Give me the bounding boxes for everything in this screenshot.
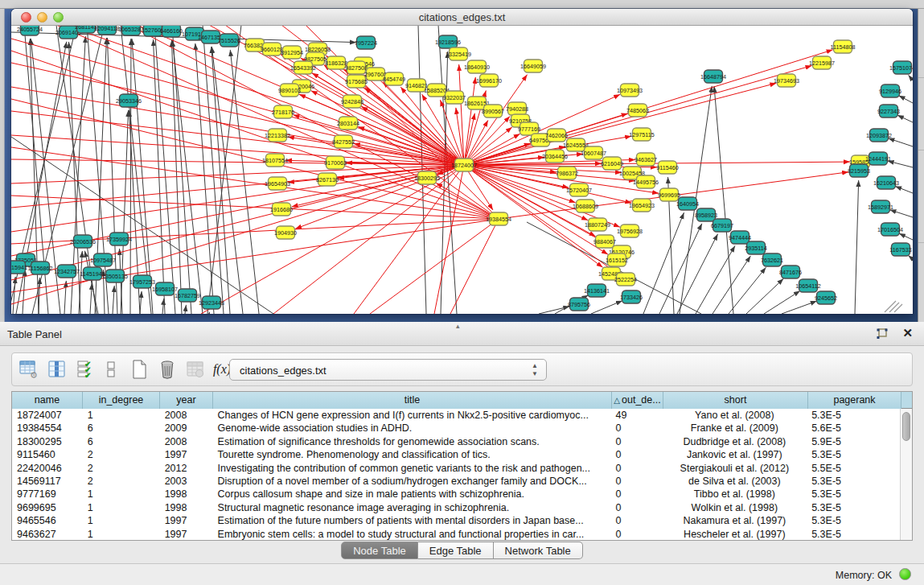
select-rows-icon[interactable]: ✔ ✔ ✔ <box>73 357 97 381</box>
graph-node[interactable]: 6679197 <box>711 219 733 232</box>
graph-node[interactable]: 1733426 <box>620 290 643 303</box>
table-row[interactable]: 946362711997Embryonic stem cells: a mode… <box>12 528 900 540</box>
graph-node[interactable]: 2935114 <box>745 241 766 254</box>
graph-node[interactable]: 8186328 <box>325 56 347 69</box>
graph-node[interactable]: 7462066 <box>545 129 568 142</box>
graph-node[interactable]: 9227343 <box>877 105 900 117</box>
graph-node[interactable]: 7986372 <box>556 167 578 179</box>
close-panel-icon[interactable]: ✕ <box>902 326 913 340</box>
table-source-dropdown[interactable]: citations_edges.txt ▲▼ <box>229 359 547 381</box>
graph-node[interactable]: 10607487 <box>581 146 606 159</box>
graph-node[interactable]: 9242848 <box>341 95 363 108</box>
column-header-out_de[interactable]: △out_de... <box>612 392 663 409</box>
graph-node[interactable]: 15892971 <box>868 200 893 213</box>
graph-node[interactable]: 18807249 <box>585 218 610 231</box>
graph-node[interactable]: 18300295 <box>414 171 440 184</box>
graph-node[interactable]: 8267130 <box>316 173 339 186</box>
graph-node[interactable]: 9322037 <box>443 91 466 104</box>
graph-node[interactable]: 24055724 <box>17 26 43 35</box>
graph-node[interactable]: 10654112 <box>795 279 820 292</box>
graph-node[interactable]: 13505135 <box>102 270 128 282</box>
graph-node[interactable]: 20364456 <box>542 150 568 163</box>
graph-node[interactable]: 7632621 <box>761 253 783 266</box>
network-window-titlebar[interactable]: citations_edges.txt <box>11 9 913 26</box>
graph-node[interactable]: 12342757 <box>54 265 80 278</box>
graph-hub-node[interactable]: 18724007 <box>451 159 477 171</box>
table-settings-icon[interactable]: ⚙ <box>17 357 41 381</box>
graph-node[interactable]: 9660128 <box>261 43 283 56</box>
graph-node[interactable]: 7940288 <box>506 102 528 115</box>
graph-node[interactable]: 9115460 <box>656 161 678 174</box>
graph-node[interactable]: 12923448 <box>199 296 224 309</box>
graph-node[interactable]: 19218596 <box>435 35 461 48</box>
table-row[interactable]: 1830029562008Estimation of significance … <box>12 435 900 448</box>
graph-node[interactable]: 19654923 <box>629 199 655 212</box>
graph-node[interactable]: 12094118 <box>94 26 119 35</box>
tab-node-table[interactable]: Node Table <box>341 542 418 559</box>
window-resize-grip[interactable] <box>885 301 902 312</box>
column-header-in_degree[interactable]: in_degree <box>83 392 160 409</box>
table-row[interactable]: 977716911998Corpus callosum shape and si… <box>12 488 900 501</box>
graph-node[interactable]: 2803144 <box>337 117 359 130</box>
graph-node[interactable]: 10973493 <box>617 84 643 97</box>
column-header-short[interactable]: short <box>663 392 808 409</box>
graph-node[interactable]: 13325419 <box>446 47 471 60</box>
table-scrollbar-thumb[interactable] <box>902 412 910 441</box>
graph-node[interactable]: 14136141 <box>584 284 610 297</box>
column-visibility-icon[interactable] <box>45 357 69 381</box>
table-row[interactable]: 1872400712008Changes of HCN gene express… <box>12 409 900 422</box>
graph-node[interactable]: 9245652 <box>815 291 837 304</box>
tab-edge-table[interactable]: Edge Table <box>418 542 494 559</box>
graph-node[interactable]: 19734693 <box>774 74 799 87</box>
graph-node[interactable]: 15720407 <box>566 183 592 196</box>
graph-node[interactable]: 17016504 <box>877 223 903 236</box>
graph-node[interactable]: 16543392 <box>290 61 316 74</box>
graph-node[interactable]: 6466160 <box>160 26 183 37</box>
graph-node[interactable]: 12975115 <box>629 128 654 141</box>
graph-node[interactable]: 7485063 <box>626 104 649 117</box>
graph-node[interactable]: 18107554 <box>262 154 288 167</box>
graph-node[interactable]: 10975487 <box>90 253 116 266</box>
graph-node[interactable]: 9884067 <box>593 235 616 248</box>
delete-column-icon[interactable] <box>155 357 179 381</box>
graph-node[interactable]: 18640910 <box>464 60 490 73</box>
graph-node[interactable]: 11156862 <box>28 262 53 274</box>
graph-node[interactable]: 9175685 <box>345 75 368 88</box>
import-table-icon[interactable] <box>183 357 207 381</box>
graph-node[interactable]: 8215953 <box>848 164 870 177</box>
column-header-title[interactable]: title <box>213 392 612 409</box>
graph-node[interactable]: 11154808 <box>831 40 856 53</box>
graph-node[interactable]: 12444191 <box>865 152 891 165</box>
graph-node[interactable]: 19756928 <box>617 225 643 237</box>
column-header-pagerank[interactable]: pagerank <box>808 392 901 409</box>
graph-node[interactable]: 11451941 <box>80 267 105 280</box>
table-scrollbar[interactable] <box>900 409 912 540</box>
graph-node[interactable]: 9129946 <box>879 84 901 97</box>
graph-node[interactable]: 9699695 <box>658 188 680 201</box>
graph-node[interactable]: 17359924 <box>106 233 132 245</box>
graph-node[interactable]: 16649059 <box>520 60 546 72</box>
graph-node[interactable]: 9463627 <box>634 153 657 166</box>
graph-node[interactable]: 12215987 <box>809 56 835 69</box>
graph-node[interactable]: 1615152 <box>606 253 628 266</box>
graph-node[interactable]: 19654903 <box>265 177 290 190</box>
graph-node[interactable]: 6216049 <box>601 157 623 170</box>
graph-node[interactable]: 29053346 <box>116 94 142 107</box>
graph-node[interactable]: 1640954 <box>676 197 699 210</box>
graph-node[interactable]: 8427552 <box>332 135 355 148</box>
graph-node[interactable]: 12093872 <box>866 129 892 142</box>
graph-node[interactable]: 19384554 <box>486 212 511 225</box>
graph-node[interactable]: 8990567 <box>482 105 504 117</box>
network-canvas[interactable]: 2405572420691406268114312094118106532871… <box>11 26 913 314</box>
graph-node[interactable]: 16648794 <box>700 70 726 83</box>
row-height-icon[interactable] <box>99 357 123 381</box>
graph-node[interactable]: 10688609 <box>573 200 598 212</box>
graph-node[interactable]: 3915941 <box>11 261 27 274</box>
graph-node[interactable]: 16996170 <box>476 74 502 87</box>
graph-node[interactable]: 8454749 <box>383 72 405 85</box>
graph-node[interactable]: 1916680 <box>270 203 293 216</box>
graph-node[interactable]: 8795756 <box>568 298 590 311</box>
splitter-handle-icon[interactable]: ▴ <box>456 322 460 330</box>
graph-node[interactable]: 8912954 <box>281 46 303 59</box>
graph-node[interactable]: 14495756 <box>633 175 659 188</box>
